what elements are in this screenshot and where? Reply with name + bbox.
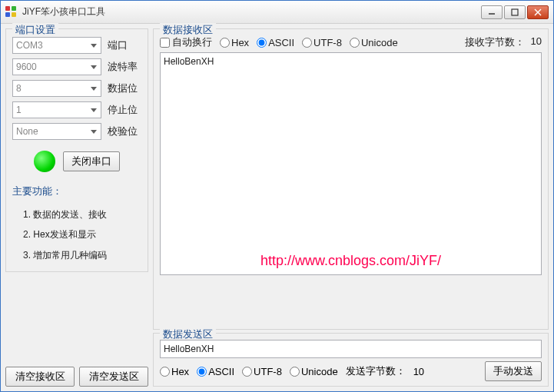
send-count-value: 10 (413, 366, 424, 377)
autowrap-checkbox[interactable]: 自动换行 (160, 35, 212, 49)
port-label: 端口 (108, 38, 141, 52)
features-list: 1. 数据的发送、接收 2. Hex发送和显示 3. 增加常用几种编码 (12, 204, 141, 265)
port-combo[interactable]: COM3 (12, 37, 101, 54)
send-ascii-radio[interactable]: ASCII (197, 366, 234, 377)
minimize-button[interactable] (481, 5, 503, 19)
send-hex-radio[interactable]: Hex (160, 366, 189, 377)
send-utf8-radio[interactable]: UTF-8 (242, 366, 282, 377)
stopbits-combo[interactable]: 1 (12, 101, 101, 118)
parity-combo[interactable]: None (12, 123, 101, 140)
feature-item: 1. 数据的发送、接收 (23, 204, 141, 224)
send-count-label: 发送字节数： (346, 364, 406, 378)
stopbits-label: 停止位 (108, 103, 141, 117)
titlebar: JiYF笨小孩串口工具 (1, 1, 553, 24)
status-led-icon (34, 151, 55, 172)
clear-recv-button[interactable]: 清空接收区 (5, 367, 75, 387)
recv-hex-radio[interactable]: Hex (220, 37, 249, 48)
feature-item: 3. 增加常用几种编码 (23, 245, 141, 265)
recv-group-title: 数据接收区 (160, 23, 216, 37)
recv-count-value: 10 (531, 35, 542, 49)
app-window: JiYF笨小孩串口工具 端口设置 COM3 端口 9600 波特率 8 数 (0, 0, 554, 392)
recv-count-label: 接收字节数： (465, 35, 525, 49)
window-title: JiYF笨小孩串口工具 (22, 5, 481, 18)
databits-combo[interactable]: 8 (12, 80, 101, 97)
feature-item: 2. Hex发送和显示 (23, 224, 141, 244)
left-panel: 端口设置 COM3 端口 9600 波特率 8 数据位 1 停止位 (5, 28, 148, 387)
right-panel: 数据接收区 自动换行 Hex ASCII UTF-8 Unicode 接收字节数… (153, 28, 549, 387)
parity-label: 校验位 (108, 125, 141, 138)
window-controls (481, 5, 549, 19)
recv-group: 数据接收区 自动换行 Hex ASCII UTF-8 Unicode 接收字节数… (153, 28, 549, 330)
databits-label: 数据位 (108, 81, 141, 95)
recv-ascii-radio[interactable]: ASCII (257, 37, 294, 48)
close-port-button[interactable]: 关闭串口 (63, 151, 120, 171)
maximize-button[interactable] (504, 5, 526, 19)
clear-send-button[interactable]: 清空发送区 (79, 367, 148, 387)
send-group: 数据发送区 HelloBenXH Hex ASCII UTF-8 Unicode… (153, 333, 549, 387)
app-icon (5, 6, 18, 18)
close-button[interactable] (527, 5, 549, 19)
port-settings-title: 端口设置 (12, 23, 58, 37)
manual-send-button[interactable]: 手动发送 (485, 361, 542, 381)
features-title: 主要功能： (12, 184, 141, 198)
recv-unicode-radio[interactable]: Unicode (350, 37, 398, 48)
watermark-text: http://www.cnblogs.com/JiYF/ (260, 253, 441, 269)
port-settings-group: 端口设置 COM3 端口 9600 波特率 8 数据位 1 停止位 (5, 28, 148, 272)
svg-rect-1 (512, 9, 518, 15)
send-unicode-radio[interactable]: Unicode (290, 366, 338, 377)
baud-combo[interactable]: 9600 (12, 58, 101, 75)
recv-utf8-radio[interactable]: UTF-8 (302, 37, 342, 48)
recv-textbox[interactable]: HelloBenXH http://www.cnblogs.com/JiYF/ (160, 52, 542, 275)
send-textbox[interactable]: HelloBenXH (160, 340, 542, 358)
baud-label: 波特率 (108, 60, 141, 74)
